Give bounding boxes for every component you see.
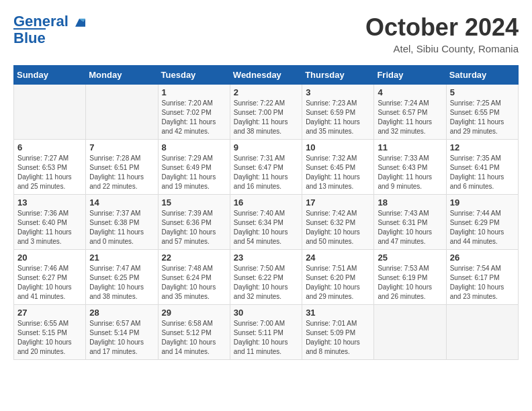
- day-number: 9: [234, 142, 298, 152]
- day-number: 4: [378, 87, 442, 97]
- day-info: Sunrise: 7:24 AM Sunset: 6:57 PM Dayligh…: [378, 99, 442, 136]
- weekday-header-friday: Friday: [374, 66, 446, 85]
- location: Atel, Sibiu County, Romania: [365, 43, 519, 54]
- day-number: 26: [450, 253, 515, 263]
- day-info: Sunrise: 7:00 AM Sunset: 5:11 PM Dayligh…: [234, 319, 298, 357]
- day-info: Sunrise: 7:01 AM Sunset: 5:09 PM Dayligh…: [306, 319, 370, 357]
- day-number: 31: [306, 308, 370, 318]
- day-info: Sunrise: 7:43 AM Sunset: 6:31 PM Dayligh…: [378, 209, 442, 246]
- calendar-cell: 29Sunrise: 6:58 AM Sunset: 5:12 PM Dayli…: [158, 305, 230, 360]
- calendar-cell: 28Sunrise: 6:57 AM Sunset: 5:14 PM Dayli…: [86, 305, 158, 360]
- day-number: 28: [89, 308, 154, 318]
- day-number: 2: [234, 87, 298, 97]
- logo-blue: Blue: [13, 28, 46, 46]
- day-info: Sunrise: 7:28 AM Sunset: 6:51 PM Dayligh…: [89, 154, 154, 191]
- calendar-cell: 16Sunrise: 7:40 AM Sunset: 6:34 PM Dayli…: [230, 195, 302, 250]
- week-row-4: 20Sunrise: 7:46 AM Sunset: 6:27 PM Dayli…: [14, 250, 519, 305]
- calendar-cell: [374, 305, 446, 360]
- calendar-cell: 22Sunrise: 7:48 AM Sunset: 6:24 PM Dayli…: [158, 250, 230, 305]
- calendar-cell: 5Sunrise: 7:25 AM Sunset: 6:55 PM Daylig…: [446, 85, 518, 140]
- day-info: Sunrise: 7:40 AM Sunset: 6:34 PM Dayligh…: [234, 209, 298, 246]
- weekday-header-wednesday: Wednesday: [230, 66, 302, 85]
- day-info: Sunrise: 7:36 AM Sunset: 6:40 PM Dayligh…: [17, 209, 82, 246]
- day-number: 23: [234, 253, 298, 263]
- day-number: 21: [89, 253, 154, 263]
- calendar-cell: [86, 85, 158, 140]
- day-number: 19: [450, 197, 515, 208]
- calendar-cell: 2Sunrise: 7:22 AM Sunset: 7:00 PM Daylig…: [230, 85, 302, 140]
- month-title: October 2024: [365, 13, 519, 42]
- day-info: Sunrise: 7:53 AM Sunset: 6:19 PM Dayligh…: [378, 264, 442, 302]
- logo-text: General: [13, 13, 85, 30]
- day-info: Sunrise: 7:27 AM Sunset: 6:53 PM Dayligh…: [17, 154, 82, 191]
- calendar-cell: 21Sunrise: 7:47 AM Sunset: 6:25 PM Dayli…: [86, 250, 158, 305]
- day-info: Sunrise: 6:58 AM Sunset: 5:12 PM Dayligh…: [162, 319, 226, 357]
- calendar-cell: 27Sunrise: 6:55 AM Sunset: 5:15 PM Dayli…: [14, 305, 86, 360]
- day-number: 24: [306, 253, 370, 263]
- weekday-header-saturday: Saturday: [446, 66, 518, 85]
- day-number: 5: [450, 87, 515, 97]
- day-number: 20: [17, 253, 82, 263]
- week-row-3: 13Sunrise: 7:36 AM Sunset: 6:40 PM Dayli…: [14, 195, 519, 250]
- calendar-cell: 18Sunrise: 7:43 AM Sunset: 6:31 PM Dayli…: [374, 195, 446, 250]
- calendar-cell: 6Sunrise: 7:27 AM Sunset: 6:53 PM Daylig…: [14, 140, 86, 195]
- day-number: 11: [378, 142, 442, 152]
- day-info: Sunrise: 7:42 AM Sunset: 6:32 PM Dayligh…: [306, 209, 370, 246]
- day-info: Sunrise: 7:22 AM Sunset: 7:00 PM Dayligh…: [234, 99, 298, 136]
- day-info: Sunrise: 7:29 AM Sunset: 6:49 PM Dayligh…: [162, 154, 226, 191]
- day-number: 25: [378, 253, 442, 263]
- day-info: Sunrise: 7:48 AM Sunset: 6:24 PM Dayligh…: [162, 264, 226, 302]
- day-number: 22: [162, 253, 226, 263]
- calendar-cell: 15Sunrise: 7:39 AM Sunset: 6:36 PM Dayli…: [158, 195, 230, 250]
- day-info: Sunrise: 6:55 AM Sunset: 5:15 PM Dayligh…: [17, 319, 82, 357]
- day-number: 14: [89, 197, 154, 208]
- calendar-cell: 19Sunrise: 7:44 AM Sunset: 6:29 PM Dayli…: [446, 195, 518, 250]
- calendar-cell: [14, 85, 86, 140]
- calendar-cell: 4Sunrise: 7:24 AM Sunset: 6:57 PM Daylig…: [374, 85, 446, 140]
- calendar-cell: 14Sunrise: 7:37 AM Sunset: 6:38 PM Dayli…: [86, 195, 158, 250]
- day-info: Sunrise: 7:51 AM Sunset: 6:20 PM Dayligh…: [306, 264, 370, 302]
- day-info: Sunrise: 7:23 AM Sunset: 6:59 PM Dayligh…: [306, 99, 370, 136]
- day-number: 27: [17, 308, 82, 318]
- calendar-cell: 26Sunrise: 7:54 AM Sunset: 6:17 PM Dayli…: [446, 250, 518, 305]
- logo: General Blue: [13, 13, 85, 46]
- day-number: 1: [162, 87, 226, 97]
- calendar-cell: 7Sunrise: 7:28 AM Sunset: 6:51 PM Daylig…: [86, 140, 158, 195]
- weekday-header-thursday: Thursday: [302, 66, 374, 85]
- day-number: 6: [17, 142, 82, 152]
- day-info: Sunrise: 6:57 AM Sunset: 5:14 PM Dayligh…: [89, 319, 154, 357]
- day-number: 10: [306, 142, 370, 152]
- calendar-cell: 1Sunrise: 7:20 AM Sunset: 7:02 PM Daylig…: [158, 85, 230, 140]
- day-info: Sunrise: 7:32 AM Sunset: 6:45 PM Dayligh…: [306, 154, 370, 191]
- day-info: Sunrise: 7:46 AM Sunset: 6:27 PM Dayligh…: [17, 264, 82, 302]
- weekday-header-tuesday: Tuesday: [158, 66, 230, 85]
- day-number: 3: [306, 87, 370, 97]
- day-number: 29: [162, 308, 226, 318]
- week-row-2: 6Sunrise: 7:27 AM Sunset: 6:53 PM Daylig…: [14, 140, 519, 195]
- calendar-cell: 17Sunrise: 7:42 AM Sunset: 6:32 PM Dayli…: [302, 195, 374, 250]
- calendar-cell: 9Sunrise: 7:31 AM Sunset: 6:47 PM Daylig…: [230, 140, 302, 195]
- calendar-cell: 25Sunrise: 7:53 AM Sunset: 6:19 PM Dayli…: [374, 250, 446, 305]
- calendar-table: SundayMondayTuesdayWednesdayThursdayFrid…: [13, 65, 519, 360]
- calendar-cell: 8Sunrise: 7:29 AM Sunset: 6:49 PM Daylig…: [158, 140, 230, 195]
- day-info: Sunrise: 7:31 AM Sunset: 6:47 PM Dayligh…: [234, 154, 298, 191]
- calendar-cell: 23Sunrise: 7:50 AM Sunset: 6:22 PM Dayli…: [230, 250, 302, 305]
- day-number: 18: [378, 197, 442, 208]
- calendar-cell: 30Sunrise: 7:00 AM Sunset: 5:11 PM Dayli…: [230, 305, 302, 360]
- calendar-cell: [446, 305, 518, 360]
- weekday-header-row: SundayMondayTuesdayWednesdayThursdayFrid…: [14, 66, 519, 85]
- day-info: Sunrise: 7:20 AM Sunset: 7:02 PM Dayligh…: [162, 99, 226, 136]
- weekday-header-sunday: Sunday: [14, 66, 86, 85]
- calendar-cell: 24Sunrise: 7:51 AM Sunset: 6:20 PM Dayli…: [302, 250, 374, 305]
- day-number: 12: [450, 142, 515, 152]
- calendar-cell: 13Sunrise: 7:36 AM Sunset: 6:40 PM Dayli…: [14, 195, 86, 250]
- day-info: Sunrise: 7:47 AM Sunset: 6:25 PM Dayligh…: [89, 264, 154, 302]
- day-info: Sunrise: 7:39 AM Sunset: 6:36 PM Dayligh…: [162, 209, 226, 246]
- day-info: Sunrise: 7:35 AM Sunset: 6:41 PM Dayligh…: [450, 154, 515, 191]
- week-row-5: 27Sunrise: 6:55 AM Sunset: 5:15 PM Dayli…: [14, 305, 519, 360]
- calendar-cell: 12Sunrise: 7:35 AM Sunset: 6:41 PM Dayli…: [446, 140, 518, 195]
- title-block: October 2024 Atel, Sibiu County, Romania: [365, 13, 519, 54]
- calendar-cell: 3Sunrise: 7:23 AM Sunset: 6:59 PM Daylig…: [302, 85, 374, 140]
- week-row-1: 1Sunrise: 7:20 AM Sunset: 7:02 PM Daylig…: [14, 85, 519, 140]
- calendar-cell: 31Sunrise: 7:01 AM Sunset: 5:09 PM Dayli…: [302, 305, 374, 360]
